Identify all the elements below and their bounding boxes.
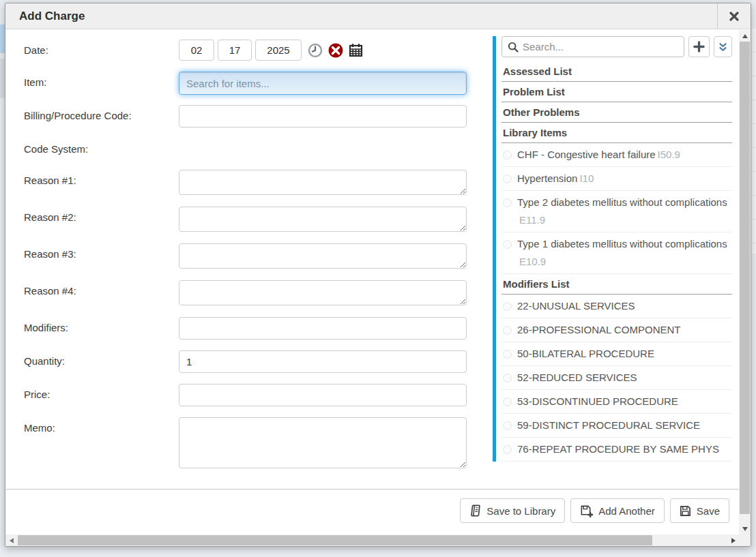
item-name: Hypertension: [517, 172, 577, 184]
item-code: I10: [579, 172, 594, 184]
collapse-all-button[interactable]: [714, 36, 732, 57]
radio-circle-icon: [503, 421, 512, 430]
list-item-modifier-53[interactable]: 53-DISCONTINUED PROCEDURE: [501, 390, 732, 414]
save-label: Save: [697, 505, 720, 517]
billing-code-label: Billing/Procedure Code:: [24, 105, 179, 127]
date-day-input[interactable]: [218, 40, 252, 61]
add-another-button[interactable]: Add Another: [570, 498, 665, 523]
reason2-label: Reason #2:: [24, 207, 179, 235]
calendar-icon[interactable]: [349, 43, 363, 57]
reason1-textarea[interactable]: [179, 170, 467, 195]
date-month-input[interactable]: [179, 40, 214, 61]
item-search-input[interactable]: [179, 72, 467, 95]
horizontal-scrollbar-thumb[interactable]: [18, 535, 652, 545]
scroll-down-arrow[interactable]: [739, 523, 751, 535]
scroll-left-arrow[interactable]: [5, 535, 17, 546]
list-item-modifier-50[interactable]: 50-BILATERAL PROCEDURE: [501, 342, 732, 366]
section-problem-list[interactable]: Problem List: [501, 82, 732, 102]
billing-code-input[interactable]: [179, 105, 467, 127]
plus-icon: [693, 41, 705, 52]
item-name: Type 2 diabetes mellitus without complic…: [517, 196, 727, 208]
price-row: Price:: [24, 384, 467, 406]
section-modifiers-list[interactable]: Modifiers List: [501, 274, 732, 295]
save-button[interactable]: Save: [670, 498, 729, 523]
list-item-type1-diabetes[interactable]: Type 1 diabetes mellitus without complic…: [501, 232, 732, 274]
item-row: Item:: [24, 72, 467, 95]
list-item-modifier-59[interactable]: 59-DISTINCT PROCEDURAL SERVICE: [501, 414, 732, 438]
vertical-scrollbar[interactable]: [739, 30, 751, 535]
modifiers-input[interactable]: [179, 317, 467, 340]
radio-circle-icon: [503, 397, 512, 406]
radio-circle-icon: [503, 374, 512, 382]
list-item-modifier-76[interactable]: 76-REPEAT PROCEDURE BY SAME PHYS: [501, 438, 732, 462]
dialog-title: Add Charge: [5, 10, 85, 23]
modifiers-label: Modifiers:: [24, 317, 179, 340]
panel-search-input[interactable]: [523, 41, 678, 52]
dialog-header: Add Charge: [5, 3, 751, 29]
reason1-label: Reason #1:: [24, 170, 179, 198]
item-label: Item:: [24, 72, 179, 95]
problem-library-panel: Assessed List Problem List Other Problem…: [493, 36, 732, 462]
scroll-right-arrow[interactable]: [727, 535, 739, 546]
memo-row: Memo:: [24, 417, 467, 471]
code-system-label: Code System:: [24, 138, 179, 159]
item-code: E10.9: [519, 256, 546, 267]
list-item-modifier-52[interactable]: 52-REDUCED SERVICES: [501, 366, 732, 390]
reason4-label: Reason #4:: [24, 280, 179, 308]
save-to-library-label: Save to Library: [486, 505, 555, 517]
add-another-label: Add Another: [598, 505, 655, 517]
quantity-label: Quantity:: [24, 350, 179, 373]
save-plus-icon: [580, 505, 593, 517]
vertical-scrollbar-thumb[interactable]: [740, 42, 750, 514]
reason1-row: Reason #1:: [24, 170, 467, 198]
item-name: CHF - Congestive heart failure: [517, 149, 656, 160]
list-item-hypertension[interactable]: HypertensionI10: [501, 167, 732, 191]
code-system-value: [179, 138, 467, 159]
radio-circle-icon: [503, 240, 512, 249]
scrollbar-corner: [739, 535, 751, 546]
panel-search-row: [501, 36, 732, 57]
code-system-row: Code System:: [24, 138, 467, 159]
add-charge-dialog: Add Charge Date:: [5, 3, 751, 547]
date-year-input[interactable]: [255, 40, 302, 61]
list-item-chf[interactable]: CHF - Congestive heart failureI50.9: [501, 143, 732, 167]
price-input[interactable]: [179, 384, 467, 406]
quantity-input[interactable]: [179, 350, 467, 373]
charge-form: Date:: [24, 30, 467, 471]
floppy-disk-icon: [680, 505, 691, 517]
book-icon: [469, 505, 481, 517]
list-item-modifier-22[interactable]: 22-UNUSUAL SERVICES: [501, 295, 732, 318]
clock-icon[interactable]: [308, 43, 323, 58]
list-item-type2-diabetes[interactable]: Type 2 diabetes mellitus without complic…: [501, 191, 732, 232]
memo-textarea[interactable]: [179, 417, 467, 468]
radio-circle-icon: [503, 326, 512, 335]
section-library-items[interactable]: Library Items: [501, 123, 732, 143]
radio-circle-icon: [503, 175, 512, 183]
reason2-textarea[interactable]: [179, 207, 467, 232]
item-code: E11.9: [519, 214, 545, 226]
close-button[interactable]: [717, 3, 751, 29]
date-label: Date:: [24, 40, 179, 61]
quantity-row: Quantity:: [24, 350, 467, 373]
radio-circle-icon: [503, 302, 512, 311]
list-item-modifier-26[interactable]: 26-PROFESSIONAL COMPONENT: [501, 318, 732, 342]
radio-circle-icon: [503, 445, 512, 454]
horizontal-scrollbar[interactable]: [5, 535, 739, 546]
section-assessed-list[interactable]: Assessed List: [501, 61, 732, 82]
billing-code-row: Billing/Procedure Code:: [24, 105, 467, 127]
reason3-textarea[interactable]: [179, 243, 467, 269]
date-row: Date:: [24, 40, 467, 61]
item-name: Type 1 diabetes mellitus without complic…: [517, 238, 727, 250]
section-other-problems[interactable]: Other Problems: [501, 102, 732, 123]
reason4-textarea[interactable]: [179, 280, 467, 305]
radio-circle-icon: [503, 350, 512, 359]
panel-search-box[interactable]: [501, 36, 684, 57]
scroll-up-arrow[interactable]: [739, 30, 751, 42]
memo-label: Memo:: [24, 417, 179, 471]
add-item-button[interactable]: [688, 36, 710, 57]
clear-date-icon[interactable]: [328, 43, 343, 58]
save-to-library-button[interactable]: Save to Library: [460, 498, 565, 523]
item-code: I50.9: [658, 149, 680, 160]
close-icon: [729, 12, 739, 21]
radio-circle-icon: [503, 198, 512, 207]
